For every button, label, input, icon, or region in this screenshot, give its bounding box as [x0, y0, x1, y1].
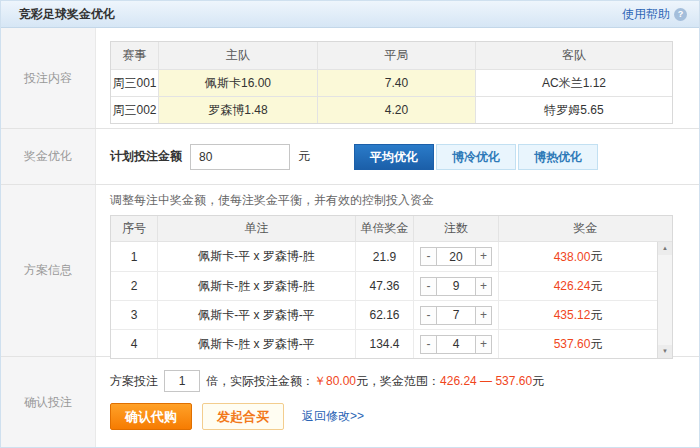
sidebar-item-plan: 方案信息 [1, 185, 96, 356]
count-cell: - + [414, 242, 499, 271]
table-row: 周三002 罗森博1.48 4.20 特罗姆5.65 [111, 96, 672, 123]
col-header-unit-bonus: 单倍奖金 [356, 216, 414, 241]
range-label: ，奖金范围： [368, 373, 440, 390]
actual-amount-unit: 元 [356, 373, 368, 390]
section-confirm: 确认投注 方案投注 倍，实际投注金额： ￥80.00 元 ，奖金范围： 426.… [1, 356, 699, 447]
bet-table-header: 赛事 主队 平局 客队 [111, 42, 672, 69]
multiple-label: 方案投注 [110, 373, 158, 390]
back-to-edit-link[interactable]: 返回修改>> [302, 408, 364, 425]
count-stepper: - + [420, 277, 492, 296]
table-row: 3 佩斯卡-平 x 罗森博-平 62.16 - + [111, 300, 657, 329]
draw-odds-selected: 4.20 [318, 97, 476, 123]
col-header-count: 注数 [414, 216, 499, 241]
sidebar-item-bet-content: 投注内容 [1, 28, 96, 128]
decrement-button[interactable]: - [420, 277, 437, 296]
bonus-value: 435.12 [554, 308, 591, 322]
confirm-area: 方案投注 倍，实际投注金额： ￥80.00 元 ，奖金范围： 426.24 — … [96, 357, 699, 447]
bet-content-area: 赛事 主队 平局 客队 周三001 佩斯卡16.00 7.40 AC米兰1.12… [96, 28, 699, 128]
section-optimize: 奖金优化 计划投注金额 元 平均优化 博冷优化 博热优化 [1, 128, 699, 184]
count-stepper: - + [420, 247, 492, 266]
mode-cold-button[interactable]: 博冷优化 [436, 144, 516, 170]
bet-combo: 佩斯卡-胜 x 罗森博-胜 [158, 272, 356, 300]
count-cell: - + [414, 272, 499, 300]
plan-table-header: 序号 单注 单倍奖金 注数 奖金 [111, 216, 672, 242]
increment-button[interactable]: + [475, 335, 492, 354]
unit-bonus: 47.36 [356, 272, 414, 300]
decrement-button[interactable]: - [420, 335, 437, 354]
home-odds-selected: 佩斯卡16.00 [159, 70, 318, 96]
confirm-purchase-button[interactable]: 确认代购 [110, 403, 192, 430]
col-header-match: 赛事 [111, 42, 159, 69]
draw-odds-selected: 7.40 [318, 70, 476, 96]
count-input[interactable] [437, 306, 475, 325]
summary-text: 倍，实际投注金额： [206, 373, 314, 390]
plan-table: 序号 单注 单倍奖金 注数 奖金 1 佩斯卡-平 x 罗森博-胜 21.9 [110, 215, 673, 359]
bonus-cell: 426.24元 [499, 272, 657, 300]
plan-area: 调整每注中奖金额，使每注奖金平衡，并有效的控制投入资金 序号 单注 单倍奖金 注… [96, 185, 699, 356]
bonus-cell: 438.00元 [499, 242, 657, 271]
row-index: 3 [111, 301, 158, 329]
unit-bonus: 62.16 [356, 301, 414, 329]
bonus-unit: 元 [590, 336, 602, 353]
bet-table: 赛事 主队 平局 客队 周三001 佩斯卡16.00 7.40 AC米兰1.12… [110, 41, 673, 124]
table-row: 4 佩斯卡-胜 x 罗森博-平 134.4 - + [111, 329, 657, 358]
decrement-button[interactable]: - [420, 306, 437, 325]
count-input[interactable] [437, 335, 475, 354]
section-bet-content: 投注内容 赛事 主队 平局 客队 周三001 佩斯卡16.00 7.40 AC米… [1, 28, 699, 128]
increment-button[interactable]: + [475, 277, 492, 296]
bonus-value: 438.00 [554, 250, 591, 264]
sidebar-item-optimize: 奖金优化 [1, 129, 96, 184]
count-input[interactable] [437, 247, 475, 266]
bonus-unit: 元 [590, 307, 602, 324]
increment-button[interactable]: + [475, 306, 492, 325]
start-group-buy-button[interactable]: 发起合买 [202, 403, 284, 430]
bet-combo: 佩斯卡-平 x 罗森博-平 [158, 301, 356, 329]
amount-label: 计划投注金额 [110, 148, 182, 165]
table-row: 周三001 佩斯卡16.00 7.40 AC米兰1.12 [111, 69, 672, 96]
bonus-value: 426.24 [554, 279, 591, 293]
col-header-bet: 单注 [158, 216, 356, 241]
help-link-label: 使用帮助 [622, 6, 670, 23]
confirm-buttons: 确认代购 发起合买 返回修改>> [110, 403, 699, 430]
col-header-away: 客队 [476, 42, 672, 69]
optimize-area: 计划投注金额 元 平均优化 博冷优化 博热优化 [96, 129, 699, 184]
sidebar-item-confirm: 确认投注 [1, 357, 96, 447]
decrement-button[interactable]: - [420, 247, 437, 266]
unit-bonus: 134.4 [356, 330, 414, 358]
increment-button[interactable]: + [475, 247, 492, 266]
bonus-unit: 元 [590, 278, 602, 295]
away-odds: AC米兰1.12 [476, 70, 672, 96]
sidebar-label: 奖金优化 [24, 148, 72, 165]
away-odds: 特罗姆5.65 [476, 97, 672, 123]
count-stepper: - + [420, 306, 492, 325]
bonus-cell: 435.12元 [499, 301, 657, 329]
scroll-up-icon[interactable]: ▲ [658, 242, 672, 255]
bet-combo: 佩斯卡-胜 x 罗森博-平 [158, 330, 356, 358]
vertical-scrollbar[interactable]: ▲ ▼ [657, 242, 672, 358]
confirm-summary-line: 方案投注 倍，实际投注金额： ￥80.00 元 ，奖金范围： 426.24 — … [110, 370, 699, 392]
col-header-bonus: 奖金 [499, 216, 672, 241]
bonus-unit: 元 [590, 248, 602, 265]
section-plan: 方案信息 调整每注中奖金额，使每注奖金平衡，并有效的控制投入资金 序号 单注 单… [1, 184, 699, 356]
question-mark-icon: ? [674, 8, 687, 21]
amount-input[interactable] [190, 144, 290, 170]
optimize-mode-group: 平均优化 博冷优化 博热优化 [354, 144, 598, 170]
help-link[interactable]: 使用帮助 ? [622, 6, 687, 23]
actual-amount: ￥80.00 [314, 373, 356, 390]
page-title: 竞彩足球奖金优化 [19, 6, 115, 23]
mode-average-button[interactable]: 平均优化 [354, 144, 434, 170]
match-id: 周三001 [111, 70, 159, 96]
bonus-range-unit: 元 [532, 373, 544, 390]
count-cell: - + [414, 301, 499, 329]
row-index: 1 [111, 242, 158, 271]
count-input[interactable] [437, 277, 475, 296]
sidebar-label: 投注内容 [24, 70, 72, 87]
bonus-value: 537.60 [554, 337, 591, 351]
bonus-cell: 537.60元 [499, 330, 657, 358]
header-bar: 竞彩足球奖金优化 使用帮助 ? [1, 1, 699, 28]
col-header-index: 序号 [111, 216, 158, 241]
match-id: 周三002 [111, 97, 159, 123]
multiple-input[interactable] [164, 370, 200, 392]
col-header-home: 主队 [159, 42, 318, 69]
mode-hot-button[interactable]: 博热优化 [518, 144, 598, 170]
